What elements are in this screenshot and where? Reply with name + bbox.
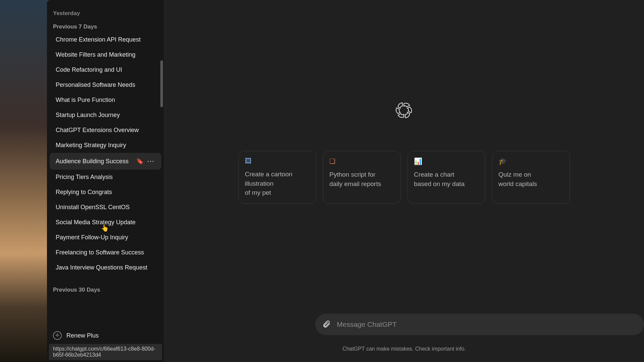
center-area: 🖼 Create a cartoon illustration of my pe… — [238, 101, 570, 204]
section-label-7days: Previous 7 Days — [47, 20, 164, 32]
conversation-title: Website Filters and Marketing — [56, 51, 156, 58]
conversation-title: Uninstall OpenSSL CentOS — [56, 204, 156, 211]
conversation-item[interactable]: Freelancing to Software Success — [50, 245, 161, 260]
conversation-item[interactable]: ChatGPT Extensions Overview — [50, 123, 161, 138]
sidebar: Yesterday Previous 7 Days Chrome Extensi… — [47, 0, 164, 362]
renew-plus-button[interactable]: Renew Plus — [47, 326, 164, 343]
message-input-bar[interactable] — [315, 314, 644, 335]
conversation-title: Personalised Software Needs — [56, 81, 156, 88]
conversation-list: Chrome Extension API Request Website Fil… — [47, 32, 164, 275]
suggestion-cards: 🖼 Create a cartoon illustration of my pe… — [238, 151, 570, 204]
conversation-item[interactable]: Website Filters and Marketing — [50, 47, 161, 62]
conversation-item[interactable]: Replying to Congrats — [50, 185, 161, 200]
conversation-title: Social Media Strategy Update — [56, 219, 156, 226]
conversation-title: Code Refactoring and UI — [56, 66, 156, 73]
more-options-icon[interactable]: ⋯ — [146, 157, 156, 166]
suggestion-card[interactable]: 🎓 Quiz me on world capitals — [492, 151, 570, 204]
code-icon: ❏ — [329, 157, 394, 165]
conversation-title: What is Pure Function — [56, 97, 156, 104]
sidebar-scroll-area[interactable]: Yesterday Previous 7 Days Chrome Extensi… — [47, 9, 164, 326]
section-label-30days: Previous 30 Days — [47, 283, 164, 295]
chart-icon: 📊 — [414, 157, 479, 165]
conversation-title: ChatGPT Extensions Overview — [56, 127, 156, 134]
conversation-item[interactable]: Payment Follow-Up Inquiry — [50, 230, 161, 245]
conversation-title: Java Interview Questions Request — [56, 264, 156, 271]
suggestion-text: Create a chart based on my data — [414, 170, 479, 188]
conversation-item[interactable]: Java Interview Questions Request — [50, 260, 161, 275]
main-area: 🖼 Create a cartoon illustration of my pe… — [164, 0, 644, 362]
attachment-icon[interactable] — [322, 320, 331, 329]
sidebar-top — [47, 0, 164, 9]
suggestion-text: Python script for daily email reports — [329, 170, 394, 188]
suggestion-card[interactable]: 📊 Create a chart based on my data — [408, 151, 485, 204]
section-label-yesterday: Yesterday — [47, 9, 164, 20]
conversation-title: Audience Building Success — [56, 158, 136, 165]
conversation-item[interactable]: Startup Launch Journey — [50, 108, 161, 123]
conversation-item[interactable]: Code Refactoring and UI — [50, 62, 161, 77]
conversation-title: Marketing Strategy Inquiry — [56, 142, 156, 149]
conversation-title: Startup Launch Journey — [56, 112, 156, 119]
suggestion-text: Quiz me on world capitals — [498, 170, 564, 188]
conversation-item[interactable]: Audience Building Success 🔖 ⋯ — [50, 153, 161, 170]
suggestion-card[interactable]: ❏ Python script for daily email reports — [323, 151, 401, 204]
graduation-cap-icon: 🎓 — [498, 157, 564, 165]
suggestion-card[interactable]: 🖼 Create a cartoon illustration of my pe… — [238, 151, 316, 204]
conversation-item[interactable]: What is Pure Function — [50, 93, 161, 108]
archive-icon[interactable]: 🔖 — [136, 158, 144, 165]
renew-plus-label: Renew Plus — [66, 332, 99, 339]
conversation-title: Payment Follow-Up Inquiry — [56, 234, 156, 241]
image-icon: 🖼 — [245, 157, 310, 165]
message-input[interactable] — [337, 320, 637, 328]
conversation-item[interactable]: Chrome Extension API Request — [50, 32, 161, 47]
chatgpt-window: Yesterday Previous 7 Days Chrome Extensi… — [47, 0, 644, 362]
conversation-item[interactable]: Personalised Software Needs — [50, 77, 161, 93]
disclaimer-text: ChatGPT can make mistakes. Check importa… — [342, 346, 466, 352]
suggestion-text: Create a cartoon illustration of my pet — [245, 170, 310, 197]
conversation-title: Freelancing to Software Success — [56, 249, 156, 256]
conversation-title: Pricing Tiers Analysis — [56, 174, 156, 181]
sparkle-icon — [53, 331, 62, 340]
scrollbar-thumb[interactable] — [160, 60, 163, 107]
status-bar-url: https://chatgpt.com/c/66eaf613-c8e8-800d… — [49, 344, 162, 360]
conversation-item[interactable]: Uninstall OpenSSL CentOS — [50, 200, 161, 215]
conversation-title: Chrome Extension API Request — [56, 36, 156, 43]
conversation-item[interactable]: Pricing Tiers Analysis — [50, 170, 161, 185]
conversation-title: Replying to Congrats — [56, 189, 156, 196]
conversation-item[interactable]: Social Media Strategy Update — [50, 215, 161, 230]
chatgpt-logo-icon — [394, 101, 414, 121]
conversation-item[interactable]: Marketing Strategy Inquiry — [50, 138, 161, 153]
